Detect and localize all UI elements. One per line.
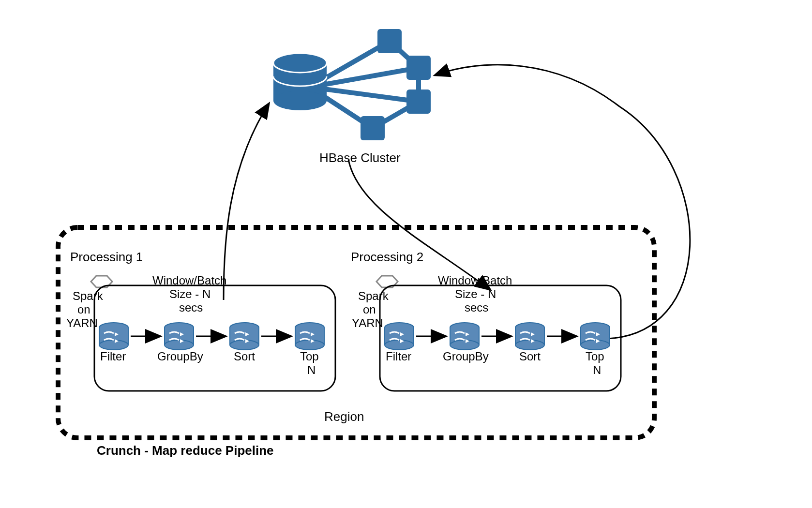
cluster-node-icon: [361, 116, 385, 140]
stage-filter-label: Filter: [100, 350, 126, 363]
stage-topn-label: Top N: [586, 350, 607, 376]
spark-on-yarn-label: Spark on YARN: [352, 289, 391, 329]
stage-filter-label: Filter: [386, 350, 411, 363]
processing-1-title: Processing 1: [70, 250, 143, 264]
spark-on-yarn-label: Spark on YARN: [66, 289, 106, 329]
stage-filter-icon: [99, 323, 128, 350]
stage-groupby-icon: [165, 323, 194, 350]
cluster-node-icon: [406, 56, 431, 80]
processing-1: Processing 1 Spark on YARN Window/Batch …: [66, 250, 335, 391]
processing-2-title: Processing 2: [351, 250, 423, 264]
diagram-canvas: HBase Cluster Region Crunch - Map reduce…: [0, 0, 812, 508]
stage-sort-icon: [230, 323, 259, 350]
region-label: Region: [324, 409, 364, 424]
svg-point-16: [273, 91, 327, 110]
processing-2: Processing 2 Spark on YARN Window/Batch …: [351, 250, 621, 391]
window-batch-label: Window/Batch Size - N secs: [152, 274, 230, 314]
stage-sort-label: Sort: [234, 350, 255, 363]
hbase-cluster: HBase Cluster: [273, 29, 431, 165]
cluster-node-icon: [377, 29, 402, 53]
database-icon: [273, 53, 327, 110]
window-batch-label: Window/Batch Size - N secs: [438, 274, 515, 314]
stage-filter-icon: [385, 323, 414, 350]
stage-topn-icon: [295, 323, 324, 350]
stage-groupby-icon: [450, 323, 479, 350]
arrow-p1-to-cluster: [224, 104, 269, 300]
cluster-node-icon: [406, 90, 431, 114]
stage-topn-icon: [581, 323, 610, 350]
stage-sort-icon: [515, 323, 544, 350]
hbase-cluster-label: HBase Cluster: [319, 150, 401, 165]
arrow-cluster-to-p2: [348, 160, 490, 289]
crunch-pipeline-title: Crunch - Map reduce Pipeline: [97, 443, 274, 458]
stage-groupby-label: GroupBy: [157, 350, 203, 363]
stage-groupby-label: GroupBy: [443, 350, 489, 363]
stage-topn-label: Top N: [300, 350, 322, 376]
stage-sort-label: Sort: [519, 350, 541, 363]
